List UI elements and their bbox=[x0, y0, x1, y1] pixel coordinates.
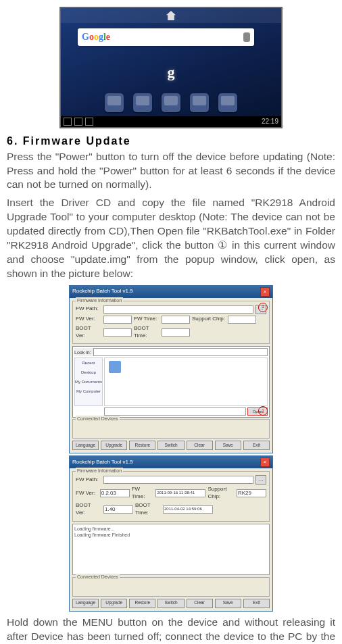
btn-switch: Switch bbox=[157, 441, 184, 450]
btn-clear-2: Clear bbox=[187, 599, 213, 608]
fw-time-input bbox=[162, 316, 190, 324]
app-gmail2 bbox=[190, 93, 209, 112]
tablet-screenshot: Google g 22:19 bbox=[59, 7, 283, 128]
app-dock bbox=[61, 91, 281, 115]
file-update-img bbox=[109, 361, 121, 373]
file-list bbox=[104, 357, 268, 406]
recent-icon bbox=[85, 118, 93, 126]
boot-time-label: BOOT Time: bbox=[134, 325, 160, 340]
connected-devices-legend-2: Connected Devices bbox=[76, 574, 120, 580]
clock: 22:19 bbox=[262, 117, 278, 126]
google-logo: Google bbox=[82, 31, 110, 44]
app-camera bbox=[218, 93, 237, 112]
lookin-label: Look in: bbox=[74, 349, 91, 355]
connected-devices-legend: Connected Devices bbox=[76, 416, 120, 422]
firmware-legend-2: Firmware Information bbox=[76, 468, 123, 474]
fw-ver-input bbox=[103, 316, 132, 324]
boot-ver-label: BOOT Ver: bbox=[76, 325, 101, 340]
fw-path-label-2: FW Path: bbox=[76, 476, 101, 484]
boot-ver-label-2: BOOT Ver: bbox=[76, 502, 101, 517]
side-computer: My Computer bbox=[75, 387, 102, 396]
btn-upgrade-2: Upgrade bbox=[101, 599, 127, 608]
window-titlebar: Rockchip Batch Tool v1.5 × bbox=[70, 286, 272, 298]
btn-language: Language bbox=[72, 441, 99, 450]
firmware-legend: Firmware Information bbox=[76, 297, 123, 303]
mic-icon bbox=[243, 32, 250, 42]
btn-exit: Exit bbox=[243, 441, 270, 450]
support-chip-input bbox=[228, 316, 256, 324]
connected-devices-group-2: Connected Devices bbox=[72, 577, 270, 597]
fw-time-label-2: FW Time: bbox=[132, 486, 154, 501]
support-chip-label-2: Support Chip: bbox=[207, 486, 235, 501]
window-titlebar-2: Rockchip Batch Tool v1.5 × bbox=[70, 456, 272, 468]
fw-path-label: FW Path: bbox=[76, 305, 101, 313]
section-title: 6. Firmware Update bbox=[7, 134, 335, 149]
places-sidebar: Recent Desktop My Documents My Computer bbox=[74, 357, 103, 406]
batch-tool-window-1: Rockchip Batch Tool v1.5 × Firmware Info… bbox=[69, 285, 273, 454]
browse-button-2: … bbox=[255, 475, 266, 485]
bottom-button-row: Language Upgrade Restore Switch Clear Sa… bbox=[72, 441, 270, 450]
btn-restore-2: Restore bbox=[129, 599, 155, 608]
close-icon-2: × bbox=[260, 457, 270, 467]
bottom-button-row-2: Language Upgrade Restore Switch Clear Sa… bbox=[72, 599, 270, 608]
window-title: Rockchip Batch Tool v1.5 bbox=[72, 288, 133, 295]
support-chip-label: Support Chip: bbox=[192, 316, 226, 323]
btn-language-2: Language bbox=[72, 599, 99, 608]
btn-switch-2: Switch bbox=[157, 599, 184, 608]
paragraph-3: Hold down the MENU button on the device … bbox=[7, 616, 335, 644]
back-icon bbox=[64, 118, 72, 126]
btn-save: Save bbox=[215, 441, 241, 450]
firmware-info-group: Firmware Information 1 FW Path: … FW Ver… bbox=[72, 301, 270, 345]
boot-time-label-2: BOOT Time: bbox=[135, 502, 161, 517]
close-icon: × bbox=[260, 287, 270, 297]
tablet-topbar bbox=[61, 8, 281, 23]
fw-ver-label: FW Ver: bbox=[76, 316, 101, 323]
connected-devices-group: Connected Devices bbox=[72, 419, 270, 439]
fw-ver-label-2: FW Ver: bbox=[76, 490, 98, 497]
folder-dropdown bbox=[93, 348, 268, 356]
home-nav-icon bbox=[74, 118, 82, 126]
btn-exit-2: Exit bbox=[243, 599, 270, 608]
firmware-info-group-2: Firmware Information FW Path: … FW Ver: … bbox=[72, 471, 270, 521]
side-desktop: Desktop bbox=[75, 368, 102, 377]
side-docs: My Documents bbox=[75, 377, 102, 387]
marker-1: 1 bbox=[258, 303, 268, 312]
paragraph-2: Insert the Driver CD and copy the file n… bbox=[7, 196, 335, 281]
filename-input bbox=[104, 407, 246, 416]
fw-path-input-2 bbox=[103, 476, 253, 484]
btn-save-2: Save bbox=[215, 599, 241, 608]
fw-ver-value: 0.2.03 bbox=[100, 489, 130, 497]
boot-time-value: 2011-04-02 14:59:06 bbox=[163, 505, 213, 514]
support-value: RK29 bbox=[237, 489, 266, 497]
batch-tool-window-2: Rockchip Batch Tool v1.5 × Firmware Info… bbox=[69, 455, 273, 611]
boot-ver-input bbox=[103, 328, 132, 337]
google-g-icon: g bbox=[168, 62, 175, 82]
paragraph-1: Press the "Power" button to turn off the… bbox=[7, 150, 335, 193]
app-gmail bbox=[162, 93, 180, 112]
boot-time-input bbox=[162, 328, 190, 337]
fw-time-value: 2011-09-16 11:38:41 bbox=[155, 489, 205, 497]
file-dialog: Look in: Recent Desktop My Documents My … bbox=[72, 346, 270, 418]
tablet-search-bar: Google bbox=[78, 28, 254, 46]
log-area: Loading firmware... Loading firmware Fin… bbox=[72, 524, 270, 575]
side-recent: Recent bbox=[75, 358, 102, 368]
fw-time-label: FW Time: bbox=[134, 316, 160, 323]
btn-clear: Clear bbox=[187, 441, 213, 450]
btn-restore: Restore bbox=[129, 441, 155, 450]
window-title-2: Rockchip Batch Tool v1.5 bbox=[72, 459, 133, 466]
btn-upgrade: Upgrade bbox=[101, 441, 127, 450]
statusbar: 22:19 bbox=[61, 116, 281, 127]
app-browser bbox=[105, 93, 124, 112]
app-maps bbox=[133, 93, 152, 112]
fw-path-input bbox=[103, 305, 253, 314]
boot-ver-value: 1.40 bbox=[103, 505, 133, 514]
home-icon bbox=[166, 11, 176, 20]
